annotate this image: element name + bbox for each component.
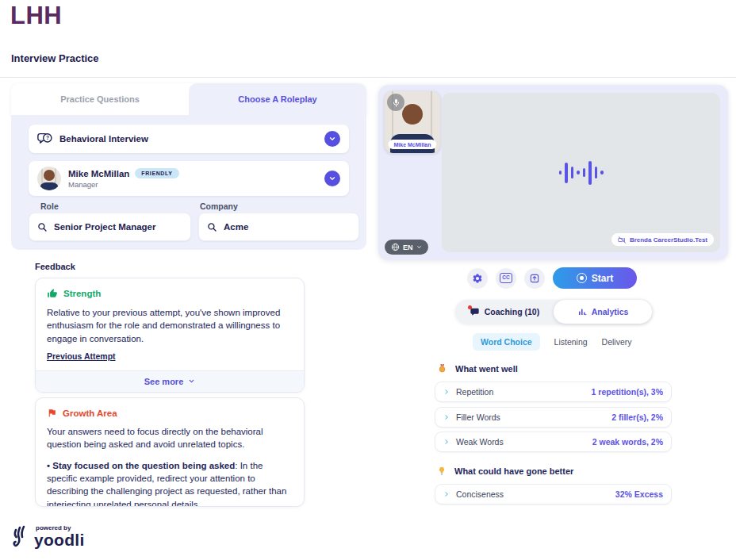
user-watermark-pill: Brenda CareerStudio.Test: [611, 233, 714, 246]
interviewer-video-thumbnail: Mike McMillan: [385, 91, 440, 153]
settings-button[interactable]: [467, 268, 488, 289]
gone-better-heading: What could have gone better: [437, 466, 573, 476]
roleplay-panel: ? Behavioral Interview Mike McMillan FRI…: [11, 115, 366, 250]
chevron-right-icon: [443, 414, 450, 420]
strength-body: Relative to your previous attempt, you'v…: [36, 299, 304, 345]
thumbs-up-icon: [47, 288, 58, 299]
coaching-tab-label: Coaching (10): [485, 307, 539, 316]
microphone-icon[interactable]: [387, 94, 404, 111]
analytics-row-repetition[interactable]: Repetition 1 repetition(s), 3%: [435, 382, 672, 402]
chevron-right-icon: [443, 491, 450, 497]
row-label: Weak Words: [456, 437, 504, 447]
row-value: 1 repetition(s), 3%: [592, 387, 663, 397]
powered-by-yoodli: powered by yoodli: [11, 523, 85, 548]
growth-area-bullet: • Stay focused on the question being ask…: [36, 451, 304, 507]
persona-role: Manager: [68, 180, 179, 189]
language-selector[interactable]: EN: [385, 240, 428, 255]
interview-type-expand-button[interactable]: [324, 131, 340, 147]
yoodli-wordmark: yoodli: [34, 531, 85, 548]
user-watermark-label: Brenda CareerStudio.Test: [630, 236, 707, 244]
row-label: Filler Words: [456, 412, 500, 422]
medal-icon: [437, 363, 447, 374]
language-value: EN: [403, 244, 413, 251]
role-field-label: Role: [40, 201, 59, 211]
growth-area-card: Growth Area Your answers need to focus d…: [35, 397, 305, 507]
header-divider: [0, 77, 736, 78]
analytics-row-conciseness[interactable]: Conciseness 32% Excess: [435, 484, 672, 504]
captions-button[interactable]: CC: [496, 268, 516, 289]
chevron-down-icon: [328, 175, 336, 182]
analytics-bars-icon: [577, 307, 587, 316]
page-title: Interview Practice: [11, 52, 99, 64]
analytics-row-weak-words[interactable]: Weak Words 2 weak words, 2%: [435, 432, 672, 452]
see-more-label: See more: [144, 377, 184, 386]
tab-practice-questions[interactable]: Practice Questions: [11, 83, 189, 115]
feedback-heading: Feedback: [35, 262, 75, 271]
gear-icon: [472, 273, 483, 284]
subtab-delivery[interactable]: Delivery: [602, 333, 632, 351]
interview-type-label: Behavioral Interview: [59, 134, 148, 144]
tab-choose-a-roleplay[interactable]: Choose A Roleplay: [189, 83, 366, 115]
tab-coaching[interactable]: Coaching (10): [455, 300, 554, 324]
record-icon: [577, 273, 587, 283]
share-button[interactable]: [524, 268, 545, 289]
chevron-down-icon: [188, 378, 195, 385]
row-label: Conciseness: [456, 489, 504, 499]
persona-selector[interactable]: Mike McMillan FRIENDLY Manager: [29, 161, 349, 196]
svg-text:?: ?: [46, 135, 49, 140]
search-icon: [207, 222, 217, 232]
row-value: 2 weak words, 2%: [592, 437, 663, 447]
lhh-logo: LHH: [10, 2, 62, 30]
session-column: Mike McMillan Brenda Care: [378, 85, 728, 529]
persona-avatar: [37, 167, 61, 190]
previous-attempt-link[interactable]: Previous Attempt: [47, 351, 116, 361]
company-value: Acme: [224, 222, 248, 232]
tab-analytics[interactable]: Analytics: [554, 300, 652, 324]
analytics-subtabs: Word Choice Listening Delivery: [473, 333, 632, 351]
coaching-chat-icon: [470, 307, 480, 317]
interview-type-selector[interactable]: ? Behavioral Interview: [29, 125, 349, 153]
row-value: 2 filler(s), 2%: [611, 412, 663, 422]
video-call-card: Mike McMillan Brenda Care: [378, 85, 728, 260]
persona-expand-button[interactable]: [324, 171, 340, 186]
growth-bullet-lead: • Stay focused on the question being ask…: [47, 461, 235, 470]
search-icon: [37, 222, 48, 232]
growth-area-title: Growth Area: [63, 408, 117, 418]
chevron-right-icon: [443, 439, 450, 445]
audio-waveform-icon: [559, 161, 604, 185]
strength-title: Strength: [63, 289, 101, 298]
role-search-input[interactable]: Senior Project Manager: [29, 213, 191, 241]
went-well-label: What went well: [455, 364, 518, 374]
lightbulb-icon: [437, 466, 447, 476]
strength-card: Strength Relative to your previous attem…: [35, 278, 305, 393]
row-label: Repetition: [456, 387, 493, 397]
coach-segment-control: Coaching (10) Analytics: [455, 300, 652, 324]
upload-icon: [529, 273, 540, 284]
start-label: Start: [592, 273, 613, 284]
see-more-button[interactable]: See more: [36, 370, 304, 392]
chevron-down-icon: [328, 135, 336, 143]
row-value: 32% Excess: [615, 489, 663, 499]
company-search-input[interactable]: Acme: [198, 213, 359, 241]
gone-better-label: What could have gone better: [454, 466, 573, 476]
roleplay-tabbar: Practice Questions Choose A Roleplay: [11, 83, 366, 115]
interview-practice-app: LHH Interview Practice Practice Question…: [0, 0, 736, 560]
persona-style-badge: FRIENDLY: [135, 168, 178, 178]
analytics-row-filler-words[interactable]: Filler Words 2 filler(s), 2%: [435, 407, 672, 428]
chat-question-icon: ?: [37, 132, 52, 145]
subtab-listening[interactable]: Listening: [554, 333, 588, 351]
notification-dot: [468, 305, 472, 309]
persona-name: Mike McMillan: [68, 169, 129, 178]
went-well-heading: What went well: [437, 363, 518, 374]
growth-area-body: Your answers need to focus directly on t…: [36, 418, 304, 451]
user-video-stage: Brenda CareerStudio.Test: [442, 93, 720, 252]
subtab-word-choice[interactable]: Word Choice: [473, 333, 540, 351]
chevron-right-icon: [443, 389, 450, 395]
chevron-down-icon: [416, 244, 422, 250]
analytics-tab-label: Analytics: [592, 307, 629, 316]
start-button[interactable]: Start: [553, 267, 637, 289]
globe-icon: [391, 243, 400, 251]
cc-icon: CC: [500, 273, 512, 283]
flag-icon: [47, 408, 57, 418]
session-controls: CC Start: [467, 267, 637, 289]
